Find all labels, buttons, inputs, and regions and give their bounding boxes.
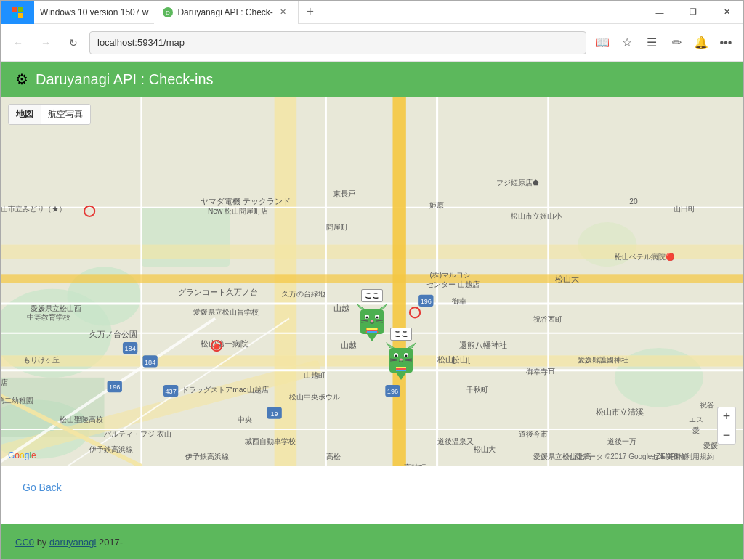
svg-text:御幸寺⛩: 御幸寺⛩	[526, 368, 555, 376]
window-controls: — ❐ ✕	[643, 1, 743, 24]
back-button[interactable]: ←	[7, 31, 30, 54]
svg-text:支店: 支店	[1, 378, 8, 386]
marker-2: ここ	[386, 328, 416, 380]
svg-text:松山大: 松山大	[474, 445, 496, 453]
svg-text:千秋町: 千秋町	[466, 386, 488, 394]
svg-point-125	[366, 317, 368, 319]
windows-logo	[1, 1, 34, 24]
svg-rect-137	[367, 330, 377, 331]
map-zoom-controls: + −	[717, 407, 736, 445]
svg-text:松山ベテル病院🔴: 松山ベテル病院🔴	[615, 252, 675, 261]
svg-text:196: 196	[109, 384, 120, 391]
hub-icon[interactable]: ☰	[640, 31, 663, 54]
marker-1-label: ここ	[361, 289, 383, 302]
svg-text:愛媛県立松山盲学校: 愛媛県立松山盲学校	[193, 308, 259, 316]
svg-point-147	[395, 355, 397, 357]
svg-text:松山大: 松山大	[555, 275, 579, 283]
svg-text:道後温泉又: 道後温泉又	[437, 437, 474, 445]
marker-2-icon	[386, 342, 416, 380]
map-type-aerial-button[interactable]: 航空写真	[41, 105, 90, 124]
svg-text:フジ姫原店⬟: フジ姫原店⬟	[496, 179, 539, 187]
footer-author-link[interactable]: daruyanagi	[49, 537, 96, 548]
svg-text:久万の台緑地: 久万の台緑地	[282, 290, 326, 298]
map-container[interactable]: ヤマダ電機 テックランド New 松山問屋町店 グランコート久万ノ台 愛媛県立松…	[1, 97, 743, 466]
taskbar-title: Windows 10 version 1507 w	[34, 7, 154, 17]
go-back-link[interactable]: Go Back	[23, 482, 62, 493]
svg-rect-3	[18, 13, 23, 18]
svg-text:松山市立みどり（★）: 松山市立みどり（★）	[1, 205, 66, 213]
svg-marker-139	[396, 373, 406, 380]
svg-text:道後今市: 道後今市	[519, 430, 548, 438]
svg-text:184: 184	[145, 359, 155, 366]
svg-text:センター 山越店: センター 山越店	[426, 280, 480, 288]
svg-text:19: 19	[271, 410, 278, 418]
footer-text: CC0 by daruyanagi 2017-	[15, 537, 123, 548]
svg-text:道後一万: 道後一万	[607, 437, 636, 445]
reader-view-icon[interactable]: 📖	[591, 31, 614, 54]
google-logo: Google	[8, 450, 36, 460]
more-icon[interactable]: •••	[714, 31, 737, 54]
marker-2-label: ここ	[390, 328, 412, 341]
svg-text:ヤマダ電機 テックランド: ヤマダ電機 テックランド	[201, 197, 291, 206]
map-attribution: 地図データ ©2017 Google, ZENRIN 利用規約	[567, 452, 714, 462]
svg-text:伊予鉄高浜線: 伊予鉄高浜線	[185, 453, 229, 460]
svg-text:🔴: 🔴	[213, 343, 221, 351]
map-type-buttons: 地図 航空写真	[8, 104, 91, 125]
notes-icon[interactable]: ✏	[665, 31, 688, 54]
svg-text:グランコート久万ノ台: グランコート久万ノ台	[178, 288, 258, 296]
tab-favicon: D	[163, 7, 173, 17]
svg-text:愛: 愛	[692, 426, 700, 434]
svg-text:愛媛: 愛媛	[703, 442, 718, 450]
svg-rect-31	[1, 274, 743, 283]
favorites-icon[interactable]: ☆	[615, 31, 639, 54]
new-tab-button[interactable]: +	[299, 1, 322, 24]
browser-tab-active[interactable]: D Daruyanagi API : Check- ✕	[154, 1, 298, 24]
svg-text:437: 437	[165, 388, 176, 395]
address-input[interactable]	[89, 31, 586, 54]
svg-text:D: D	[166, 9, 171, 16]
svg-text:山越町: 山越町	[304, 371, 326, 379]
svg-rect-1	[18, 7, 23, 12]
svg-text:パルティ・フジ 衣山: パルティ・フジ 衣山	[103, 430, 171, 438]
window-frame: Windows 10 version 1507 w D Daruyanagi A…	[0, 0, 744, 560]
svg-text:久万ノ台公園: 久万ノ台公園	[89, 330, 137, 338]
svg-rect-138	[367, 331, 377, 333]
footer: CC0 by daruyanagi 2017-	[1, 524, 743, 559]
minimize-button[interactable]: —	[643, 1, 676, 24]
svg-text:松山聖陵高校: 松山聖陵高校	[60, 415, 103, 423]
svg-text:松山第一病院: 松山第一病院	[201, 339, 248, 348]
footer-year: 2017-	[96, 537, 123, 548]
zoom-out-button[interactable]: −	[717, 426, 736, 445]
tab-close-button[interactable]: ✕	[278, 7, 289, 18]
svg-point-127	[371, 320, 373, 322]
map-type-map-button[interactable]: 地図	[9, 105, 41, 124]
svg-rect-155	[396, 368, 406, 370]
notifications-icon[interactable]: 🔔	[690, 31, 713, 54]
svg-text:山越: 山越	[333, 304, 349, 312]
forward-button[interactable]: →	[34, 31, 57, 54]
svg-marker-117	[367, 334, 377, 341]
svg-text:祝谷西町: 祝谷西町	[533, 315, 562, 323]
marker-1-icon	[357, 304, 387, 341]
svg-rect-2	[12, 13, 17, 18]
svg-text:城西自動車学校: 城西自動車学校	[244, 437, 296, 445]
tab-bar: D Daruyanagi API : Check- ✕ +	[154, 1, 643, 24]
marker-1: ここ	[357, 289, 387, 341]
close-button[interactable]: ✕	[710, 1, 743, 24]
svg-point-149	[400, 359, 403, 361]
refresh-button[interactable]: ↻	[62, 31, 85, 54]
svg-text:松山市立清溪: 松山市立清溪	[596, 407, 644, 416]
address-bar: ← → ↻ 📖 ☆ ☰ ✏ 🔔 •••	[1, 24, 743, 62]
toolbar-icons: 📖 ☆ ☰ ✏ 🔔 •••	[591, 31, 737, 54]
content-area: Go Back	[1, 466, 743, 524]
title-bar-left: Windows 10 version 1507 w	[1, 1, 154, 23]
zoom-in-button[interactable]: +	[717, 407, 736, 426]
svg-text:愛媛縣護國神社: 愛媛縣護國神社	[578, 356, 628, 364]
svg-text:還熊八幡神社: 還熊八幡神社	[459, 341, 507, 349]
footer-license-link[interactable]: CC0	[15, 537, 34, 548]
maximize-button[interactable]: ❐	[676, 1, 710, 24]
svg-text:(株)マルヨシ: (株)マルヨシ	[429, 271, 471, 279]
svg-text:エス: エス	[689, 415, 703, 423]
svg-point-148	[405, 355, 408, 357]
svg-rect-154	[396, 367, 406, 368]
